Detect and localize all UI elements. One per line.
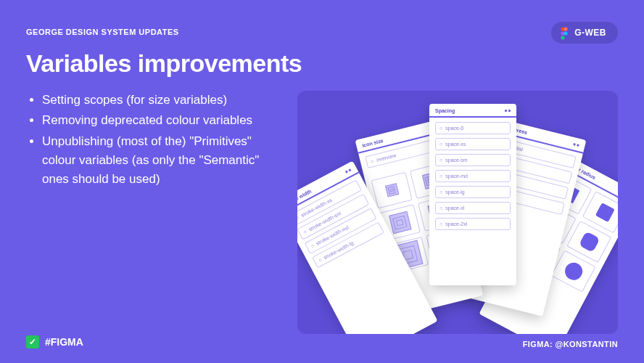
page-title: Variables improvements (26, 49, 618, 78)
list-item: Setting scopes (for size variables) (42, 91, 280, 110)
svg-point-1 (564, 27, 568, 30)
panel-title: Icon size (362, 138, 384, 148)
panel-spacing: Spacing ○space-0 ○space-xs ○space-sm ○sp… (429, 104, 516, 285)
platform-badge: G-WEB (551, 22, 618, 44)
check-icon: ✓ (26, 335, 39, 348)
footer-left: ✓ #FIGMA (26, 335, 83, 348)
footer-hashtag: #FIGMA (45, 336, 83, 348)
figma-icon (560, 27, 569, 38)
svg-point-4 (561, 36, 565, 39)
svg-point-3 (564, 31, 568, 35)
list-item: Unpublishing (most of the) "Primitives" … (42, 132, 280, 189)
drag-handle-icon (573, 143, 579, 147)
drag-handle-icon (505, 110, 511, 112)
footer-credit: FIGMA: @KONSTANTIN (523, 340, 618, 348)
content-row: Setting scopes (for size variables) Remo… (26, 91, 618, 334)
illustration: Stroke width ○stroke-width-xs ○stroke-wi… (297, 91, 618, 334)
panel-title: Spacing (435, 108, 455, 113)
slide: GEORGE DESIGN SYSTEM UPDATES G-WEB Varia… (0, 0, 644, 363)
platform-badge-label: G-WEB (574, 28, 606, 38)
list-item: Removing deprecated colour variables (42, 111, 280, 130)
drag-handle-icon (345, 168, 351, 173)
bullet-list: Setting scopes (for size variables) Remo… (26, 91, 280, 334)
kicker: GEORGE DESIGN SYSTEM UPDATES (26, 28, 618, 36)
